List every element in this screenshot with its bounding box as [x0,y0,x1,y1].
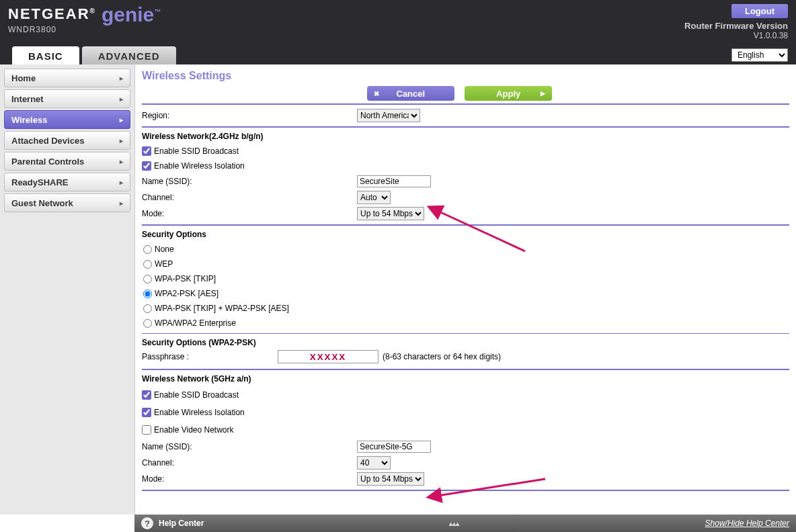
product-logo: genie™ [102,5,161,24]
isolation-5-label: Enable Wireless Isolation [154,408,245,417]
sidebar-item-label: Attached Devices [11,136,84,146]
passphrase-label: Passphrase : [142,352,274,361]
video-network-label: Enable Video Network [154,425,234,435]
sidebar-item-label: Guest Network [11,198,73,208]
isolation-24-checkbox[interactable] [142,161,151,171]
mode-5-label: Mode: [142,474,357,484]
sidebar-item-attached-devices[interactable]: Attached Devices▸ [4,131,130,150]
security-title: Security Options [142,230,789,239]
cancel-button[interactable]: Cancel [367,86,454,101]
model-label: WNDR3800 [8,25,788,34]
chevron-right-icon: ▸ [120,200,123,207]
mode-5-select[interactable]: Up to 54 Mbps [357,472,424,486]
help-center-label: Help Center [159,519,204,528]
chevron-right-icon: ▸ [120,137,123,144]
logo-row: NETGEAR® genie™ [8,5,788,24]
chevron-right-icon: ▸ [120,116,123,124]
header-right: Logout Router Firmware Version V1.0.0.38 [684,4,788,40]
page-title: Wireless Settings [135,64,796,85]
sidebar-item-label: Wireless [11,115,47,125]
main-tabs: BASIC ADVANCED [12,46,176,64]
chevron-right-icon: ▸ [120,179,123,186]
sidebar-item-home[interactable]: Home▸ [4,69,130,87]
show-hide-help-link[interactable]: Show/Hide Help Center [705,519,789,528]
sidebar-item-readyshare[interactable]: ReadySHARE▸ [4,173,130,191]
isolation-5-checkbox[interactable] [142,408,151,417]
channel-5-select[interactable]: 40 [357,456,391,470]
help-center-bar[interactable]: ? Help Center ▴▴▴ Show/Hide Help Center [134,515,796,532]
firmware-version: V1.0.0.38 [684,31,788,40]
logout-button[interactable]: Logout [731,4,788,18]
ssid-24-label: Name (SSID): [142,177,357,186]
settings-scroll[interactable]: Region: North America Wireless Network(2… [135,101,796,515]
app-header: NETGEAR® genie™ WNDR3800 Logout Router F… [0,0,796,64]
sidebar: Home▸ Internet▸ Wireless▸ Attached Devic… [0,64,134,515]
security-option-label: WEP [155,259,173,269]
region-select[interactable]: North America [357,109,420,122]
firmware-label: Router Firmware Version [684,21,788,31]
chevron-right-icon: ▸ [120,75,123,82]
tab-advanced[interactable]: ADVANCED [82,46,176,64]
channel-24-select[interactable]: Auto [357,191,391,204]
chevron-right-icon: ▸ [120,95,123,103]
channel-5-label: Channel: [142,458,357,468]
language-select[interactable]: English [731,48,788,62]
section-24ghz-title: Wireless Network(2.4GHz b/g/n) [142,132,789,141]
wpa2-title: Security Options (WPA2-PSK) [142,338,789,347]
tab-basic[interactable]: BASIC [12,46,79,64]
sidebar-item-label: Internet [11,94,44,104]
ssid-5-label: Name (SSID): [142,442,357,451]
ssid-broadcast-5-label: Enable SSID Broadcast [154,390,239,400]
apply-button[interactable]: Apply [465,86,552,101]
security-enterprise-radio[interactable] [143,319,152,328]
security-none-radio[interactable] [143,245,152,254]
sidebar-item-wireless[interactable]: Wireless▸ [4,110,130,129]
isolation-24-label: Enable Wireless Isolation [154,161,245,171]
sidebar-item-label: Home [11,73,36,83]
ssid-24-input[interactable] [357,175,431,187]
ssid-broadcast-24-label: Enable SSID Broadcast [154,146,239,156]
sidebar-item-guest-network[interactable]: Guest Network▸ [4,193,130,212]
body-area: Home▸ Internet▸ Wireless▸ Attached Devic… [0,64,796,515]
ssid-5-input[interactable] [357,441,431,453]
sidebar-item-internet[interactable]: Internet▸ [4,89,130,108]
passphrase-hint: (8-63 characters or 64 hex digits) [383,352,501,361]
sidebar-item-label: ReadySHARE [11,177,69,187]
chevron-up-icon: ▴▴▴ [449,520,459,527]
passphrase-input[interactable] [278,350,379,363]
security-option-label: WPA/WPA2 Enterprise [155,318,236,328]
mode-24-select[interactable]: Up to 54 Mbps [357,207,424,220]
security-option-label: WPA-PSK [TKIP] [155,274,216,283]
region-label: Region: [142,111,357,120]
main-panel: Wireless Settings Cancel Apply Region: N… [134,64,796,515]
brand-logo: NETGEAR® [8,5,96,23]
ssid-broadcast-5-checkbox[interactable] [142,390,151,400]
channel-24-label: Channel: [142,193,357,202]
sidebar-item-label: Parental Controls [11,157,84,167]
security-wpa2-aes-radio[interactable] [143,290,152,298]
security-wpa-wpa2-radio[interactable] [143,304,152,313]
help-icon: ? [141,517,153,529]
security-option-label: WPA-PSK [TKIP] + WPA2-PSK [AES] [155,304,289,313]
sidebar-item-parental-controls[interactable]: Parental Controls▸ [4,152,130,171]
security-option-label: None [155,245,174,254]
security-option-label: WPA2-PSK [AES] [155,289,218,298]
video-network-checkbox[interactable] [142,425,151,435]
mode-24-label: Mode: [142,209,357,218]
security-wep-radio[interactable] [143,260,152,269]
security-wpa-tkip-radio[interactable] [143,275,152,283]
chevron-right-icon: ▸ [120,158,123,165]
section-5ghz-title: Wireless Network (5GHz a/n) [142,374,789,384]
ssid-broadcast-24-checkbox[interactable] [142,146,151,156]
